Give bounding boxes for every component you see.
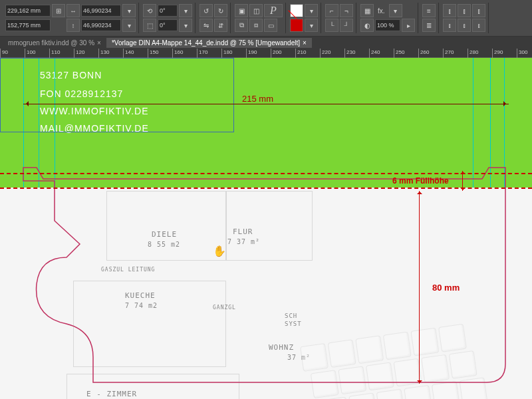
paragraph-icon[interactable]: P — [264, 4, 283, 17]
ruler-tick: 230 — [344, 49, 355, 58]
distribute-group: ⫿ ⫿ ⫿ ⫾ ⫾ ⫾ — [440, 3, 489, 33]
room-outline — [226, 191, 313, 261]
ref-point-icon[interactable]: ⊞ — [52, 4, 65, 17]
effects-group: ▦ fx. ▾ ◐ ▸ — [358, 3, 418, 33]
ruler-tick: 170 — [197, 49, 207, 58]
dim-text-height: 80 mm — [432, 283, 460, 293]
room-size-kueche: 7 74 m2 — [125, 302, 158, 309]
opacity-input[interactable] — [375, 19, 400, 31]
align-icon[interactable]: ≡ — [422, 4, 436, 17]
corner-group: ⌐ ¬ └ ┘ — [323, 3, 356, 33]
document-tab-1[interactable]: mmogruen fiktiv.indd @ 30 % × — [3, 38, 106, 48]
corner-icon[interactable]: ┘ — [340, 19, 353, 32]
dropdown-icon[interactable]: ▸ — [402, 19, 415, 32]
tab-label: mmogruen fiktiv.indd @ 30 % — [8, 39, 94, 47]
contact-phone: FON 0228912137 — [40, 88, 123, 99]
effects-icon[interactable]: ▦ — [360, 4, 374, 17]
align-group: ≡ ≣ — [420, 3, 439, 33]
dist-icon[interactable]: ⫾ — [443, 19, 456, 32]
ruler-tick: 280 — [467, 49, 478, 58]
flip-v-icon[interactable]: ⇵ — [214, 19, 227, 32]
room-label-zimmer: E - ZIMMER — [86, 390, 137, 398]
document-canvas[interactable]: 53127 BONN FON 0228912137 WWW.IMMOFIKTIV… — [0, 58, 532, 399]
room-label-flur: FLUR — [233, 227, 253, 236]
stroke-dropdown[interactable]: ▾ — [305, 19, 318, 32]
ruler-tick: 100 — [25, 49, 35, 58]
room-label-sch: SCH — [285, 313, 297, 319]
ruler-tick: 120 — [74, 49, 84, 58]
fill-swatch[interactable] — [290, 4, 303, 17]
flip-h-icon[interactable]: ⇋ — [200, 19, 213, 32]
ruler-tick: 160 — [172, 49, 183, 58]
opacity-icon[interactable]: ◐ — [360, 19, 374, 32]
fill-stroke-group: ▾ ▾ — [287, 3, 321, 33]
corner-icon[interactable]: ¬ — [340, 4, 353, 17]
ruler-tick: 250 — [394, 49, 404, 58]
room-label-ganzgl: GANZGL — [213, 305, 236, 311]
group-icon[interactable]: ⧉ — [235, 19, 248, 32]
horizontal-ruler[interactable]: 90 100 110 120 130 140 150 160 170 180 1… — [0, 49, 532, 58]
green-background: 53127 BONN FON 0228912137 WWW.IMMOFIKTIV… — [0, 58, 532, 188]
select-icon[interactable]: ▣ — [235, 4, 248, 17]
ruler-tick: 210 — [295, 49, 306, 58]
dist-icon[interactable]: ⫿ — [458, 4, 471, 17]
height-input[interactable] — [81, 19, 121, 31]
corner-icon[interactable]: └ — [325, 19, 338, 32]
ruler-tick: 290 — [492, 49, 503, 58]
dist-icon[interactable]: ⫾ — [472, 19, 485, 32]
shear-icon[interactable]: ⬚ — [143, 19, 156, 32]
dropdown-icon[interactable]: ▾ — [122, 19, 136, 32]
transform-group: ⟲ ▾ ⬚ ▾ — [140, 3, 196, 33]
ruler-tick: 150 — [148, 49, 158, 58]
shear-input[interactable] — [158, 19, 178, 31]
ruler-tick: 300 — [517, 49, 527, 58]
align-icon[interactable]: ≣ — [422, 19, 436, 32]
close-icon[interactable]: × — [303, 39, 307, 47]
ruler-tick: 90 — [0, 49, 8, 58]
room-outline — [106, 191, 226, 261]
ruler-tick: 200 — [271, 49, 281, 58]
control-bar: ⊞ ↔ ▾ ⊞ ↕ ▾ ⟲ ▾ ⬚ ▾ ↺ ↻ ⇋ — [0, 0, 532, 37]
fx-label: fx. — [375, 7, 388, 15]
contact-mail: MAIL@MMOFIKTIV.DE — [40, 123, 149, 134]
fx-dropdown[interactable]: ▾ — [389, 4, 402, 17]
flip-group: ↺ ↻ ⇋ ⇵ — [197, 3, 231, 33]
rotate-cw-icon[interactable]: ↻ — [214, 4, 227, 17]
width-icon: ↔ — [66, 4, 80, 17]
stroke-swatch[interactable] — [290, 19, 303, 32]
dropdown-icon[interactable]: ▾ — [122, 4, 136, 17]
height-icon: ↕ — [66, 19, 80, 32]
dist-icon[interactable]: ⫿ — [472, 4, 485, 17]
rotation-input[interactable] — [158, 5, 178, 17]
frame-icon[interactable]: ▭ — [264, 19, 277, 32]
rotate-icon[interactable]: ⟲ — [143, 4, 156, 17]
close-icon[interactable]: × — [97, 39, 101, 47]
room-label-kueche: KUECHE — [125, 291, 156, 300]
y-coord-input[interactable] — [5, 19, 51, 31]
dim-text-width: 215 mm — [242, 94, 273, 104]
document-tab-2[interactable]: *Vorlage DIN A4-Mappe 14_44_de.indd @ 75… — [106, 38, 312, 48]
room-label-diele: DIELE — [152, 230, 177, 239]
x-coord-input[interactable] — [5, 5, 51, 17]
contact-zip: 53127 BONN — [40, 70, 102, 80]
ruler-tick: 130 — [98, 49, 109, 58]
dist-icon[interactable]: ⫿ — [443, 4, 456, 17]
select-container-icon[interactable]: ◫ — [249, 4, 263, 17]
fold-line — [0, 188, 532, 189]
width-input[interactable] — [81, 5, 121, 17]
dist-icon[interactable]: ⫾ — [458, 19, 471, 32]
room-label-leitung: GASZUL LEITUNG — [101, 267, 155, 273]
fold-line — [0, 173, 532, 174]
hand-cursor-icon: ✋ — [213, 245, 226, 257]
corner-icon[interactable]: ⌐ — [325, 4, 338, 17]
room-label-syst: SYST — [285, 321, 302, 327]
rotate-ccw-icon[interactable]: ↺ — [200, 4, 213, 17]
stroke-dropdown[interactable]: ▾ — [305, 4, 318, 17]
dropdown-icon[interactable]: ▾ — [179, 4, 192, 17]
ungroup-icon[interactable]: ⧈ — [249, 19, 263, 32]
dropdown-icon[interactable]: ▾ — [179, 19, 192, 32]
ruler-tick: 180 — [221, 49, 232, 58]
position-group: ⊞ ↔ ▾ ⊞ ↕ ▾ — [3, 3, 139, 33]
ruler-tick: 140 — [123, 49, 134, 58]
blueprint-image: DIELE 8 55 m2 FLUR 7 37 m² KUECHE 7 74 m… — [0, 188, 532, 399]
